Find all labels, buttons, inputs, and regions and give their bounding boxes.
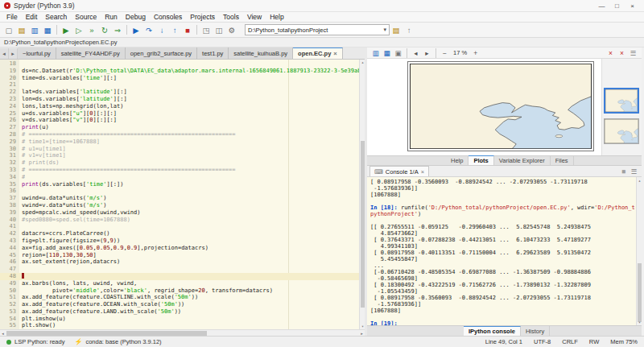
menu-view[interactable]: View <box>243 13 266 21</box>
close-tab-icon[interactable]: × <box>333 50 336 57</box>
scroll-down-icon[interactable]: ▾ <box>360 324 365 329</box>
editor-tab-open-ec-py[interactable]: open.EC.py× <box>293 48 343 59</box>
editor-tab--lourful-py[interactable]: ~lourful.py <box>18 48 56 59</box>
console-options-icon[interactable]: ☰ <box>629 167 639 176</box>
console-tab-ipython-console[interactable]: IPython console <box>464 326 521 336</box>
code-line[interactable]: 46ax.set_extent(rejion,datacrs) <box>0 258 359 266</box>
tab-scroll-left-icon[interactable]: ◂ <box>0 48 9 59</box>
scroll-right-icon[interactable]: ▸ <box>359 330 365 336</box>
maximize-icon[interactable]: □ <box>609 1 625 11</box>
scroll-down-icon[interactable]: ▾ <box>637 319 642 325</box>
code-line[interactable]: 19ds=nc.Dataset(r'D:\Python_total\DATA\E… <box>0 68 359 75</box>
menu-search[interactable]: Search <box>41 13 71 21</box>
chevron-down-icon[interactable]: ▾ <box>383 27 386 33</box>
editor-tab-open-grib2-surface-py[interactable]: open_grib2_surface.py <box>126 48 197 59</box>
code-line[interactable]: 50 pivot='middle',color='black', regrid_… <box>0 287 359 295</box>
code-line[interactable]: 55plt.show() <box>0 322 359 329</box>
rerun-cell-icon[interactable]: ↻ <box>98 24 111 36</box>
close-console-icon[interactable]: × <box>421 168 424 176</box>
zoom-out-icon[interactable]: − <box>440 48 450 58</box>
console-vertical-scrollbar[interactable]: ▴ ▾ <box>636 177 642 325</box>
code-line[interactable]: 27print(u) <box>0 124 359 131</box>
plot-thumbnail-selected[interactable] <box>604 88 639 114</box>
editor-tab-test1-py[interactable]: test1.py <box>197 48 229 59</box>
save-all-plots-icon[interactable]: ▦ <box>382 48 392 58</box>
remove-all-plots-icon[interactable]: × <box>617 48 627 58</box>
code-line[interactable]: 21 <box>0 81 359 89</box>
code-line[interactable]: 42datacrs=ccrs.PlateCarree() <box>0 230 359 238</box>
code-line[interactable]: 18 <box>0 60 359 68</box>
menu-tools[interactable]: Tools <box>219 13 243 21</box>
editor-horizontal-scrollbar[interactable]: ◂ ▸ <box>0 329 365 336</box>
working-directory-combo[interactable]: D:\Python_total\pythonProject ▾ <box>245 24 390 35</box>
editor-tab-satellite-fy4ahdf-py[interactable]: satellite_FY4AHDF.py <box>56 48 126 59</box>
code-line[interactable]: 29# time1=[time==1067888] <box>0 138 359 146</box>
menu-help[interactable]: Help <box>266 13 287 21</box>
code-line[interactable]: 45rejion=[110,130,30,50] <box>0 252 359 259</box>
step-icon[interactable]: ↷ <box>142 24 155 36</box>
code-line[interactable]: 26v=ds.variables["v"][0][:][:] <box>0 117 359 124</box>
close-icon[interactable]: × <box>625 1 640 11</box>
menu-debug[interactable]: Debug <box>122 13 150 21</box>
open-file-icon[interactable]: ▤ <box>15 24 28 36</box>
code-line[interactable]: 28# ====================================… <box>0 131 359 138</box>
code-line[interactable]: 32# print(ds) <box>0 159 359 167</box>
scroll-up-icon[interactable]: ▴ <box>360 60 365 65</box>
ipython-console[interactable]: [ 0.08917958 -0.3560093 -0.88924542 ... … <box>367 177 642 325</box>
console-tab-history[interactable]: History <box>521 326 550 336</box>
pane-tab-plots[interactable]: Plots <box>469 155 493 165</box>
save-plot-icon[interactable]: ▥ <box>370 48 381 58</box>
code-line[interactable]: 22lat=ds.variables['latitude'][:] <box>0 89 359 96</box>
code-line[interactable]: 51ax.add_feature(cfeature.COASTLINE.with… <box>0 294 359 301</box>
menu-source[interactable]: Source <box>71 13 101 21</box>
maximize-pane-icon[interactable]: ◳ <box>200 24 213 36</box>
editor-vertical-scrollbar[interactable]: ▴ ▾ <box>359 60 365 329</box>
step-out-icon[interactable]: ↑ <box>168 24 181 36</box>
run-file-icon[interactable]: ▶ <box>60 24 72 36</box>
code-line[interactable]: 44ax=fig.add_axes([0.05,0.05,0.9,0.9],pr… <box>0 245 359 252</box>
code-line[interactable]: 24lons,lats=np.meshgrid(lon,lat) <box>0 103 359 110</box>
menu-run[interactable]: Run <box>101 13 122 21</box>
code-line[interactable]: 23lon=ds.variables['latitude'][:] <box>0 96 359 103</box>
code-line[interactable]: 38vwind=v.data*units('m/s') <box>0 202 359 209</box>
editor-tab-satellite-kuihuab-py[interactable]: satellite_kuihuaB.py <box>229 48 293 59</box>
run-selection-icon[interactable]: ⇒ <box>111 24 124 36</box>
code-line[interactable]: 36 <box>0 188 359 195</box>
code-line[interactable]: 34# <box>0 174 359 181</box>
code-line[interactable]: 37uwind=u.data*units('m/s') <box>0 195 359 202</box>
next-plot-icon[interactable]: ▸ <box>422 48 432 58</box>
preferences-icon[interactable]: ⚙ <box>225 24 238 36</box>
save-all-icon[interactable]: ▦ <box>41 24 54 36</box>
pane-tab-files[interactable]: Files <box>551 155 574 165</box>
layout-icon[interactable]: ◫ <box>213 24 225 36</box>
previous-plot-icon[interactable]: ◂ <box>411 48 421 58</box>
menu-file[interactable]: File <box>2 13 22 21</box>
code-line[interactable]: 20time=ds.variables['time'][:] <box>0 75 359 82</box>
conda-env-status[interactable]: conda: base (Python 3.9.12) <box>85 338 161 345</box>
code-line[interactable]: 49ax.barbs(lons, lats, uwind, vwind, <box>0 280 359 287</box>
code-line[interactable]: 53ax.add_feature(cfeature.LAND.with_scal… <box>0 308 359 316</box>
console-tab[interactable]: ⌨ Console 1/A × <box>369 166 429 176</box>
remove-plot-icon[interactable]: × <box>605 48 616 58</box>
minimize-icon[interactable]: — <box>594 1 609 11</box>
code-line[interactable]: 35print(ds.variables['time'][:]) <box>0 181 359 188</box>
interrupt-kernel-icon[interactable]: ■ <box>618 167 629 176</box>
new-file-icon[interactable]: ▢ <box>2 24 15 36</box>
pane-tab-help[interactable]: Help <box>446 155 469 165</box>
code-line[interactable]: 48 <box>0 273 359 280</box>
plots-options-icon[interactable]: ☰ <box>628 48 638 58</box>
code-line[interactable]: 40#sped0880=sped.sel(time=1067888) <box>0 217 359 224</box>
debug-file-icon[interactable]: ▶ <box>130 24 142 36</box>
code-line[interactable]: 47 <box>0 266 359 273</box>
code-line[interactable]: 30# u1=u[time1] <box>0 146 359 153</box>
run-cell-icon[interactable]: ▷ <box>72 24 85 36</box>
parent-workdir-icon[interactable]: ↑ <box>402 24 415 36</box>
save-file-icon[interactable]: ▥ <box>28 24 41 36</box>
console-vscroll-thumb[interactable] <box>638 263 642 323</box>
menu-projects[interactable]: Projects <box>186 13 219 21</box>
code-line[interactable]: 25u=ds.variables["u"][0][:][:] <box>0 110 359 118</box>
plot-thumbnail[interactable] <box>604 118 639 144</box>
step-into-icon[interactable]: ↓ <box>155 24 168 36</box>
code-line[interactable]: 39sped=mpcalc.wind_speed(uwind,vwind) <box>0 209 359 217</box>
zoom-in-icon[interactable]: + <box>470 48 481 58</box>
